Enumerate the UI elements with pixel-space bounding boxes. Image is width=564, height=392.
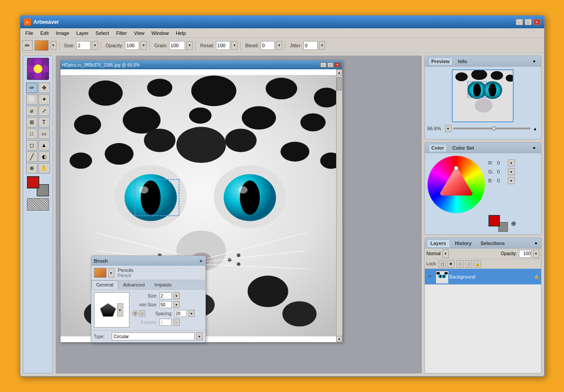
doc-close-btn[interactable]: ✕: [334, 62, 341, 68]
tab-preview[interactable]: Preview: [428, 57, 453, 65]
menu-window[interactable]: Window: [148, 30, 172, 37]
layers-mode-dropdown[interactable]: ▼: [443, 249, 449, 258]
tab-color[interactable]: Color: [428, 144, 447, 151]
bleed-input[interactable]: [261, 41, 275, 50]
brush-size-spinner[interactable]: ▼: [174, 292, 180, 299]
lock-transparency-btn[interactable]: ◻: [439, 260, 446, 268]
brush-preset-dropdown[interactable]: ▼: [50, 41, 57, 50]
tool-magic-wand[interactable]: ✦: [38, 94, 50, 105]
brush-tab-impasto[interactable]: Impasto: [150, 280, 177, 289]
tab-color-set[interactable]: Color Set: [450, 144, 477, 151]
zoom-expand-btn[interactable]: ▲: [532, 125, 538, 132]
color-wheel[interactable]: [428, 156, 485, 213]
tool-brush[interactable]: ✏: [26, 83, 38, 93]
scroll-up-btn[interactable]: ▲: [336, 69, 342, 75]
maximize-button[interactable]: □: [525, 19, 532, 25]
color-dropper-icon[interactable]: ⊕: [510, 219, 518, 227]
lock-move-btn[interactable]: ✥: [447, 260, 454, 268]
tool-shape-rect[interactable]: □: [26, 128, 38, 139]
brush-preset-dropdown[interactable]: ▼: [108, 268, 114, 278]
grain-dropdown[interactable]: ▼: [186, 41, 193, 50]
menu-view[interactable]: View: [130, 30, 148, 37]
layers-opacity-input[interactable]: [519, 250, 531, 258]
brush-min-size-spinner[interactable]: ▼: [174, 301, 180, 308]
menu-layer[interactable]: Layer: [73, 30, 92, 37]
grain-input[interactable]: [169, 41, 185, 50]
close-button[interactable]: ✕: [534, 19, 541, 25]
spacing-check[interactable]: □: [139, 310, 145, 317]
doc-scrollbar-vertical[interactable]: ▲ ▼: [336, 69, 342, 342]
jitter-dropdown[interactable]: ▼: [319, 41, 325, 50]
preview-panel-menu-btn[interactable]: ●: [531, 58, 538, 64]
brush-preset-thumb[interactable]: [94, 268, 106, 278]
doc-minimize-btn[interactable]: –: [320, 62, 326, 68]
zoom-slider[interactable]: [453, 128, 530, 129]
tool-blur[interactable]: ◐: [38, 151, 50, 162]
tool-zoom[interactable]: ⊕: [26, 163, 38, 173]
tab-selections[interactable]: Selections: [477, 239, 509, 247]
lock-lock-btn[interactable]: 🔒: [474, 260, 481, 268]
size-input[interactable]: [76, 41, 91, 50]
brush-tab-general[interactable]: General: [91, 280, 118, 289]
lock-all-btn[interactable]: □: [456, 260, 463, 268]
brush-size-input[interactable]: [159, 292, 172, 299]
menu-edit[interactable]: Edit: [37, 30, 52, 37]
tool-perspective[interactable]: ⊞: [26, 117, 38, 128]
foreground-color-swatch[interactable]: [27, 176, 39, 188]
tool-move[interactable]: ✥: [38, 83, 50, 93]
tab-history[interactable]: History: [451, 239, 476, 247]
brush-feature-input[interactable]: [159, 319, 172, 326]
brush-tab-advanced[interactable]: Advanced: [118, 280, 150, 289]
layer-item[interactable]: 👁: [425, 269, 541, 285]
r-spinner[interactable]: ▼: [508, 159, 515, 166]
opacity-dropdown[interactable]: ▼: [140, 41, 147, 50]
menu-image[interactable]: Image: [52, 30, 73, 37]
tool-transform[interactable]: ⤢: [38, 106, 50, 116]
resat-input[interactable]: [216, 41, 230, 50]
zoom-slider-thumb[interactable]: [492, 126, 496, 131]
tool-select-rect[interactable]: ⬜: [26, 94, 38, 105]
layer-visibility-icon[interactable]: 👁: [427, 273, 434, 280]
size-dropdown[interactable]: ▼: [92, 41, 98, 50]
color-panel-menu-btn[interactable]: ●: [531, 145, 538, 151]
brush-preset-btn[interactable]: [34, 40, 49, 51]
brush-type-input[interactable]: [112, 332, 195, 340]
layers-panel-menu-btn[interactable]: ●: [533, 240, 539, 246]
tool-hand[interactable]: ✋: [38, 163, 50, 173]
brush-type-dropdown[interactable]: ▼: [197, 332, 203, 340]
resat-dropdown[interactable]: ▼: [231, 41, 238, 50]
tool-lasso[interactable]: ⌀: [26, 106, 38, 116]
opacity-input[interactable]: [125, 41, 139, 50]
brush-close-btn[interactable]: ✕: [199, 259, 203, 264]
bleed-dropdown[interactable]: ▼: [276, 41, 282, 50]
menu-help[interactable]: Help: [172, 30, 189, 37]
doc-maximize-btn[interactable]: □: [327, 62, 333, 68]
tab-layers[interactable]: Layers: [427, 239, 450, 247]
tool-eraser[interactable]: ◻: [26, 140, 38, 151]
tool-fill[interactable]: ▲: [38, 140, 50, 151]
texture-swatch[interactable]: [27, 198, 49, 211]
lock-paint-btn[interactable]: □: [465, 260, 472, 268]
menu-file[interactable]: File: [22, 30, 37, 37]
menu-filter[interactable]: Filter: [113, 30, 130, 37]
scroll-down-btn[interactable]: ▼: [336, 336, 342, 342]
brush-tip-dropdown[interactable]: ▼: [117, 303, 123, 317]
tool-eyedropper[interactable]: ╱: [26, 151, 38, 162]
minimize-button[interactable]: –: [516, 19, 523, 25]
brush-spacing-input[interactable]: [174, 310, 187, 317]
color-wheel-container[interactable]: [428, 156, 485, 213]
scroll-thumb[interactable]: [337, 77, 342, 90]
zoom-dropdown[interactable]: ▼: [445, 125, 451, 132]
brush-min-size-input[interactable]: [159, 301, 172, 308]
g-spinner[interactable]: ▼: [508, 168, 515, 175]
layers-opacity-dropdown[interactable]: ▼: [533, 249, 539, 258]
brush-spacing-spinner[interactable]: ▼: [189, 310, 195, 317]
jitter-input[interactable]: [303, 41, 318, 50]
menu-select[interactable]: Select: [92, 30, 113, 37]
brush-tool-icon[interactable]: ✏: [22, 40, 33, 51]
b-spinner[interactable]: ▼: [508, 177, 515, 184]
color-fg-swatch[interactable]: [488, 215, 500, 226]
tool-shape-round[interactable]: ▭: [38, 128, 50, 139]
tool-text[interactable]: T: [38, 117, 50, 128]
tab-info[interactable]: Info: [455, 58, 469, 65]
